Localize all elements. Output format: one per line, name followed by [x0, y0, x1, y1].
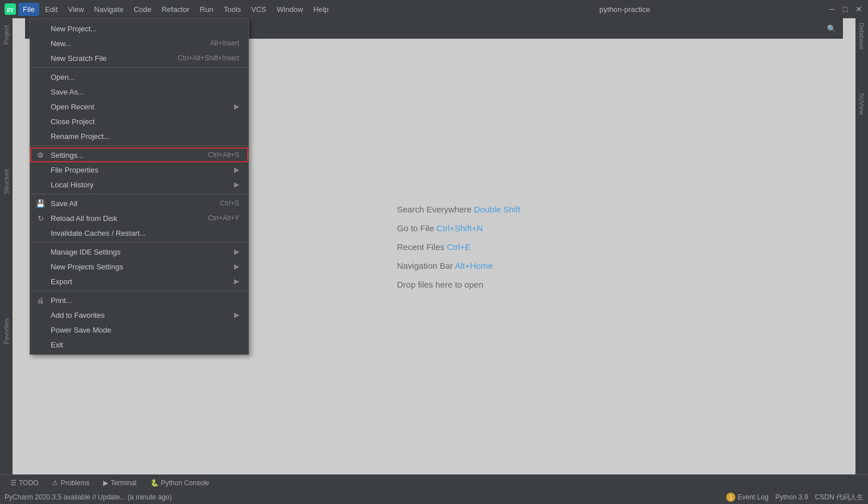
menu-new-projects-settings[interactable]: New Projects Settings ▶ — [30, 259, 248, 274]
menu-run[interactable]: Run — [195, 3, 218, 16]
menu-file-properties[interactable]: File Properties ▶ — [30, 162, 248, 177]
menu-save-as[interactable]: Save As... — [30, 84, 248, 99]
menu-new[interactable]: New... Alt+Insert — [30, 36, 248, 51]
power-save-label: Power Save Mode — [51, 326, 111, 334]
hint-search: Search Everywhere Double Shift — [397, 204, 521, 214]
menu-export[interactable]: Export ▶ — [30, 274, 248, 289]
manage-ide-label: Manage IDE Settings — [51, 248, 121, 256]
menu-help[interactable]: Help — [309, 3, 333, 16]
menu-add-to-favorites[interactable]: Add to Favorites ▶ — [30, 308, 248, 322]
menu-new-project[interactable]: New Project... — [30, 21, 248, 36]
open-label: Open... — [51, 73, 75, 81]
menu-window[interactable]: Window — [272, 3, 308, 16]
editor-content: ● Game-面向对象 ▾ ▶ 🐛 ⏸ ⏹ ↺ 🔍 — [13, 18, 855, 474]
app-icon: py — [5, 3, 16, 15]
exit-label: Exit — [51, 341, 63, 349]
menu-rename-project[interactable]: Rename Project... — [30, 129, 248, 144]
python-console-icon: 🐍 — [150, 479, 159, 487]
python-console-label: Python Console — [161, 479, 210, 487]
hint-recent-files: Recent Files Ctrl+E — [397, 241, 521, 251]
menu-tools[interactable]: Tools — [219, 3, 245, 16]
todo-tab[interactable]: ☰ TODO — [5, 477, 44, 489]
save-all-icon: 💾 — [35, 199, 46, 208]
left-panel-tabs: Project Structure Favorites — [0, 18, 13, 474]
new-projects-arrow: ▶ — [234, 263, 239, 271]
save-as-label: Save As... — [51, 88, 84, 96]
save-all-shortcut: Ctrl+S — [220, 199, 239, 207]
menu-vcs[interactable]: VCS — [247, 3, 271, 16]
new-shortcut: Alt+Insert — [210, 39, 239, 47]
sciview-tab[interactable]: SciView — [857, 88, 866, 120]
export-arrow: ▶ — [234, 277, 239, 285]
menu-view[interactable]: View — [63, 3, 88, 16]
open-recent-label: Open Recent — [51, 103, 95, 111]
status-right: 1 Event Log Python 3.9 CSDN 代码人生 — [726, 493, 863, 502]
welcome-hints: Search Everywhere Double Shift Go to Fil… — [397, 204, 521, 289]
file-properties-label: File Properties — [51, 166, 99, 174]
csdn-info: CSDN 代码人生 — [815, 493, 863, 502]
python-console-tab[interactable]: 🐍 Python Console — [145, 477, 215, 489]
menu-manage-ide[interactable]: Manage IDE Settings ▶ — [30, 244, 248, 259]
structure-tab[interactable]: Structure — [2, 164, 11, 199]
hint-goto-file: Go to File Ctrl+Shift+N — [397, 223, 521, 232]
local-history-label: Local History — [51, 181, 93, 189]
window-controls: ─ □ ✕ — [827, 5, 863, 14]
status-bar: PyCharm 2020.3.5 available // Update... … — [0, 490, 868, 504]
menu-local-history[interactable]: Local History ▶ — [30, 177, 248, 192]
menu-open-recent[interactable]: Open Recent ▶ — [30, 99, 248, 114]
new-projects-settings-label: New Projects Settings — [51, 263, 123, 271]
problems-label: Problems — [60, 479, 89, 487]
menu-save-all[interactable]: 💾 Save All Ctrl+S — [30, 196, 248, 211]
minimize-button[interactable]: ─ — [827, 5, 836, 14]
reload-icon: ↻ — [35, 214, 46, 223]
new-label: New... — [51, 39, 71, 48]
separator-4 — [30, 242, 248, 243]
database-tab[interactable]: Database — [857, 18, 866, 54]
menu-settings[interactable]: ⚙ Settings... Ctrl+Alt+S — [30, 147, 248, 162]
menu-power-save[interactable]: Power Save Mode — [30, 322, 248, 337]
menu-invalidate-caches[interactable]: Invalidate Caches / Restart... — [30, 226, 248, 240]
menu-print[interactable]: 🖨 Print... — [30, 293, 248, 308]
menu-navigate[interactable]: Navigate — [89, 3, 128, 16]
menu-code[interactable]: Code — [129, 3, 156, 16]
menu-bar: File Edit View Navigate Code Refactor Ru… — [18, 3, 423, 16]
close-button[interactable]: ✕ — [854, 5, 863, 14]
menu-reload-all[interactable]: ↻ Reload All from Disk Ctrl+Alt+Y — [30, 211, 248, 226]
menu-edit[interactable]: Edit — [40, 3, 62, 16]
project-tab[interactable]: Project — [2, 21, 11, 49]
reload-all-label: Reload All from Disk — [51, 214, 117, 223]
menu-exit[interactable]: Exit — [30, 337, 248, 352]
menu-file[interactable]: File — [18, 3, 39, 16]
menu-new-scratch-file[interactable]: New Scratch File Ctrl+Alt+Shift+Insert — [30, 51, 248, 65]
file-menu-dropdown: New Project... New... Alt+Insert New Scr… — [30, 18, 249, 355]
problems-tab[interactable]: ⚠ Problems — [46, 477, 95, 489]
problems-icon: ⚠ — [52, 479, 58, 487]
menu-open[interactable]: Open... — [30, 69, 248, 84]
new-scratch-shortcut: Ctrl+Alt+Shift+Insert — [178, 54, 239, 62]
favorites-tab[interactable]: Favorites — [2, 314, 11, 349]
python-version: Python 3.9 — [775, 493, 808, 501]
todo-icon: ☰ — [10, 479, 17, 487]
invalidate-caches-label: Invalidate Caches / Restart... — [51, 229, 146, 237]
maximize-button[interactable]: □ — [841, 5, 850, 14]
titlebar: py File Edit View Navigate Code Refactor… — [0, 0, 868, 18]
open-recent-arrow: ▶ — [234, 103, 239, 110]
export-label: Export — [51, 277, 72, 286]
menu-close-project[interactable]: Close Project — [30, 114, 248, 129]
todo-label: TODO — [19, 479, 38, 487]
reload-shortcut: Ctrl+Alt+Y — [208, 214, 239, 222]
separator-1 — [30, 67, 248, 68]
settings-label: Settings... — [51, 151, 84, 159]
terminal-tab[interactable]: ▶ Terminal — [97, 477, 142, 489]
add-favorites-label: Add to Favorites — [51, 311, 105, 319]
save-all-label: Save All — [51, 199, 77, 208]
event-log[interactable]: 1 Event Log — [726, 493, 768, 502]
main-area: Project Structure Favorites ● Game-面向对象 … — [0, 18, 868, 474]
separator-3 — [30, 194, 248, 194]
menu-refactor[interactable]: Refactor — [157, 3, 194, 16]
print-icon: 🖨 — [35, 296, 46, 305]
terminal-label: Terminal — [110, 479, 136, 487]
event-log-label: Event Log — [738, 493, 768, 501]
search-everywhere-button[interactable]: 🔍 — [825, 22, 838, 35]
settings-icon: ⚙ — [35, 151, 46, 159]
